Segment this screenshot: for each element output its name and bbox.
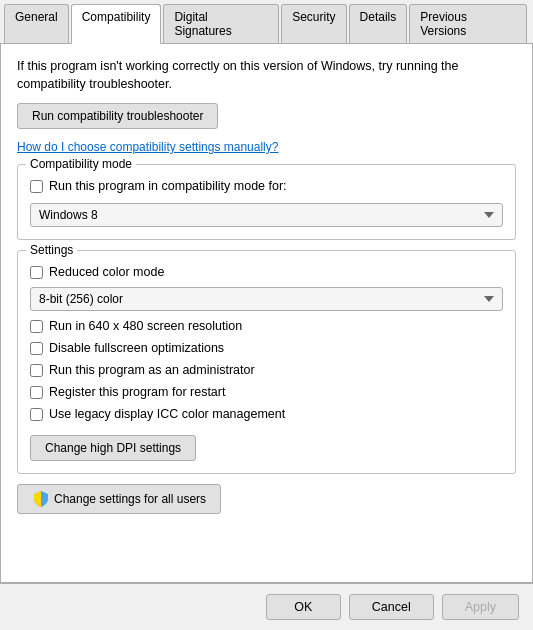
run-as-admin-checkbox[interactable] bbox=[30, 364, 43, 377]
tab-digital-signatures[interactable]: Digital Signatures bbox=[163, 4, 279, 43]
disable-fullscreen-label[interactable]: Disable fullscreen optimizations bbox=[49, 341, 224, 355]
cancel-button[interactable]: Cancel bbox=[349, 594, 434, 620]
screen-resolution-label[interactable]: Run in 640 x 480 screen resolution bbox=[49, 319, 242, 333]
change-settings-label: Change settings for all users bbox=[54, 492, 206, 506]
tab-compatibility[interactable]: Compatibility bbox=[71, 4, 162, 44]
tab-previous-versions[interactable]: Previous Versions bbox=[409, 4, 527, 43]
color-mode-dropdown[interactable]: 8-bit (256) color 16-bit color bbox=[30, 287, 503, 311]
compatibility-mode-label: Compatibility mode bbox=[26, 157, 136, 171]
apply-button[interactable]: Apply bbox=[442, 594, 519, 620]
run-as-admin-label[interactable]: Run this program as an administrator bbox=[49, 363, 255, 377]
disable-fullscreen-checkbox[interactable] bbox=[30, 342, 43, 355]
intro-text: If this program isn't working correctly … bbox=[17, 58, 516, 93]
tab-general[interactable]: General bbox=[4, 4, 69, 43]
compatibility-mode-checkbox[interactable] bbox=[30, 180, 43, 193]
change-high-dpi-button[interactable]: Change high DPI settings bbox=[30, 435, 196, 461]
tab-content: If this program isn't working correctly … bbox=[0, 44, 533, 583]
shield-icon bbox=[32, 490, 50, 508]
register-restart-label[interactable]: Register this program for restart bbox=[49, 385, 225, 399]
manual-settings-link[interactable]: How do I choose compatibility settings m… bbox=[17, 140, 278, 154]
compatibility-mode-dropdown[interactable]: Windows 8 Windows 7 Windows Vista (SP2) … bbox=[30, 203, 503, 227]
footer: OK Cancel Apply bbox=[0, 583, 533, 630]
compatibility-mode-checkbox-label[interactable]: Run this program in compatibility mode f… bbox=[49, 179, 287, 193]
run-troubleshooter-button[interactable]: Run compatibility troubleshooter bbox=[17, 103, 218, 129]
reduced-color-checkbox[interactable] bbox=[30, 266, 43, 279]
legacy-icc-label[interactable]: Use legacy display ICC color management bbox=[49, 407, 285, 421]
screen-resolution-checkbox[interactable] bbox=[30, 320, 43, 333]
settings-group: Settings Reduced color mode 8-bit (256) … bbox=[17, 250, 516, 474]
register-restart-checkbox[interactable] bbox=[30, 386, 43, 399]
tab-bar: General Compatibility Digital Signatures… bbox=[0, 0, 533, 44]
ok-button[interactable]: OK bbox=[266, 594, 341, 620]
settings-label: Settings bbox=[26, 243, 77, 257]
compatibility-mode-group: Compatibility mode Run this program in c… bbox=[17, 164, 516, 240]
change-settings-all-users-button[interactable]: Change settings for all users bbox=[17, 484, 221, 514]
tab-details[interactable]: Details bbox=[349, 4, 408, 43]
reduced-color-label[interactable]: Reduced color mode bbox=[49, 265, 164, 279]
legacy-icc-checkbox[interactable] bbox=[30, 408, 43, 421]
tab-security[interactable]: Security bbox=[281, 4, 346, 43]
